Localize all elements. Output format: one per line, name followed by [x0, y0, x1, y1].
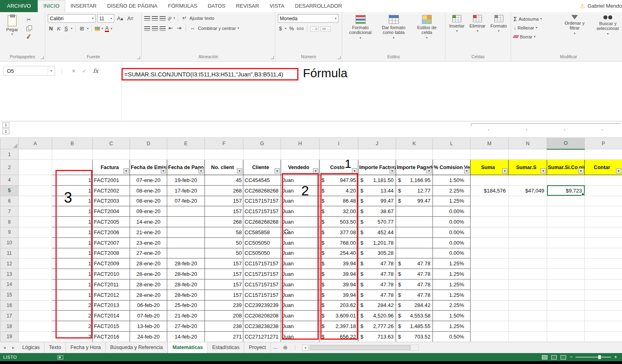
column-header-B[interactable]: B: [52, 138, 93, 149]
header-importe-factura[interactable]: Importe Factura▾: [358, 160, 396, 175]
align-right-icon[interactable]: [160, 26, 166, 31]
cell[interactable]: [471, 196, 509, 206]
cell[interactable]: 0.50%: [433, 331, 471, 342]
sheet-nav-right-icon[interactable]: ▸: [9, 342, 18, 353]
row-header-1[interactable]: 1: [0, 149, 19, 160]
format-painter-icon[interactable]: [25, 34, 32, 39]
align-left-icon[interactable]: [144, 26, 150, 31]
header-factura[interactable]: Factura▾: [93, 160, 130, 175]
cell[interactable]: 2: [52, 300, 93, 311]
cell[interactable]: [471, 206, 509, 217]
cell[interactable]: 13-feb-20: [130, 321, 167, 332]
cell[interactable]: [471, 279, 509, 290]
cell[interactable]: $9,723: [547, 185, 585, 196]
cell[interactable]: [471, 149, 509, 160]
cell[interactable]: [585, 331, 622, 342]
cell[interactable]: $47.78: [396, 269, 433, 279]
filter-dropdown-icon[interactable]: ▾: [426, 168, 432, 174]
filter-dropdown-icon[interactable]: ▾: [464, 168, 469, 174]
cell[interactable]: 14-ene-20: [130, 217, 167, 227]
cell[interactable]: CC454545: [243, 175, 281, 186]
cell[interactable]: FACT2015: [93, 321, 130, 332]
column-header-D[interactable]: D: [130, 138, 167, 149]
row-header-7[interactable]: 7: [0, 206, 19, 217]
cell[interactable]: Juan: [281, 175, 320, 186]
cell[interactable]: [585, 149, 622, 160]
cell[interactable]: [471, 311, 509, 321]
conditional-formatting-button[interactable]: Formato condicional ▾: [345, 14, 376, 54]
cell[interactable]: 2.25%: [433, 300, 471, 311]
macro-record-icon[interactable]: [58, 355, 63, 360]
sheet-tab-fecha-y-hora[interactable]: Fecha y Hora: [66, 342, 106, 353]
cell[interactable]: $32.00: [320, 206, 358, 217]
cell[interactable]: [509, 279, 547, 290]
cell[interactable]: [52, 149, 93, 160]
cell[interactable]: $1,166.95: [396, 175, 433, 186]
font-size-select[interactable]: 11▾: [97, 14, 114, 23]
cell[interactable]: FACT2006: [93, 227, 130, 237]
dialog-launcher-icon[interactable]: [271, 56, 274, 59]
cell[interactable]: [281, 149, 320, 160]
cell[interactable]: [396, 206, 433, 217]
header-fecha-pago[interactable]: Fecha de Pago▾: [167, 160, 205, 175]
chevron-down-icon[interactable]: ▾: [173, 17, 175, 20]
cell[interactable]: $703.52: [396, 331, 433, 342]
percent-format-icon[interactable]: %: [288, 25, 295, 33]
cell[interactable]: [433, 149, 471, 160]
filter-dropdown-icon[interactable]: ▾: [124, 168, 129, 174]
tab-vista[interactable]: VISTA: [264, 0, 290, 12]
cell[interactable]: $254.40: [320, 248, 358, 258]
column-header-E[interactable]: E: [167, 138, 205, 149]
increase-decimal-icon[interactable]: ←.0: [310, 26, 319, 32]
cell[interactable]: 0.00%: [433, 217, 471, 227]
cell[interactable]: [167, 237, 205, 248]
cell[interactable]: 271: [205, 331, 243, 342]
cell[interactable]: 238: [205, 321, 243, 332]
cell[interactable]: $39.94: [320, 258, 358, 269]
cell[interactable]: [585, 300, 622, 311]
cell[interactable]: FACT2014: [93, 311, 130, 321]
add-sheet-icon[interactable]: ⊕: [280, 342, 291, 353]
cell[interactable]: $4,553.58: [396, 311, 433, 321]
merge-center-icon[interactable]: ⇔: [189, 24, 196, 32]
cell[interactable]: [547, 237, 585, 248]
cell[interactable]: FACT2002: [93, 185, 130, 196]
cell[interactable]: 28-ene-20: [130, 290, 167, 300]
cell[interactable]: CC157157157: [243, 196, 281, 206]
chevron-down-icon[interactable]: ▾: [47, 66, 55, 75]
cell[interactable]: $47.78: [396, 258, 433, 269]
column-header-I[interactable]: I: [320, 138, 358, 149]
scrollbar-track[interactable]: [309, 345, 419, 351]
cell[interactable]: FACT2010: [93, 269, 130, 279]
dialog-launcher-icon[interactable]: [338, 56, 341, 59]
header-importe-pagado[interactable]: Importe Pagado▾: [396, 160, 433, 175]
cell[interactable]: [19, 331, 52, 342]
cell[interactable]: Juan: [281, 227, 320, 237]
insert-cells-button[interactable]: Insertar ▾: [448, 14, 466, 54]
row-header-5[interactable]: 5: [0, 185, 19, 196]
cell[interactable]: FACT2012: [93, 290, 130, 300]
cell[interactable]: [396, 217, 433, 227]
cell[interactable]: [509, 321, 547, 332]
cell[interactable]: Juan: [281, 269, 320, 279]
row-header-10[interactable]: 10: [0, 237, 19, 248]
formula-input[interactable]: =SUMAR.SI.CONJUNTO(I3:I511,H3:H511,"Juan…: [124, 71, 283, 78]
find-select-button[interactable]: Buscar y seleccionar ▾: [592, 14, 622, 54]
cell[interactable]: 58: [205, 227, 243, 237]
cell[interactable]: $768.00: [320, 237, 358, 248]
cell[interactable]: [585, 185, 622, 196]
cell[interactable]: 09-ene-20: [130, 206, 167, 217]
cell[interactable]: 1: [52, 269, 93, 279]
cell[interactable]: 1: [52, 185, 93, 196]
cell[interactable]: [19, 160, 52, 175]
cell[interactable]: 208: [205, 311, 243, 321]
cell[interactable]: 28-feb-20: [167, 290, 205, 300]
cell[interactable]: 1: [52, 290, 93, 300]
cell[interactable]: $284.42: [358, 300, 396, 311]
cell[interactable]: 0.00%: [433, 206, 471, 217]
cell[interactable]: CC271271271: [243, 331, 281, 342]
enter-icon[interactable]: ✓: [79, 68, 89, 74]
normal-view-icon[interactable]: [542, 355, 547, 360]
cell[interactable]: 50: [205, 237, 243, 248]
cell[interactable]: $4.20: [320, 185, 358, 196]
